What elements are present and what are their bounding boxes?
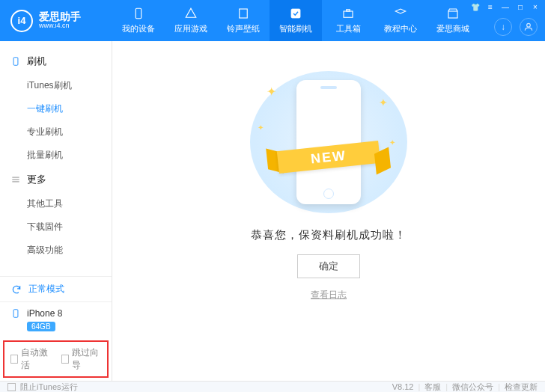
- menu-icon[interactable]: ≡: [485, 1, 496, 12]
- device-name: iPhone 8: [27, 308, 62, 319]
- music-icon: [237, 7, 250, 20]
- sidebar-item-other-tools[interactable]: 其他工具: [27, 192, 112, 215]
- storage-badge: 64GB: [27, 322, 55, 331]
- sidebar: 刷机 iTunes刷机 一键刷机 专业刷机 批量刷机 更多 其他工具 下载固件 …: [0, 41, 112, 381]
- svg-rect-2: [291, 9, 300, 18]
- store-icon: [446, 7, 460, 20]
- sidebar-group-flash[interactable]: 刷机: [0, 49, 112, 74]
- phone-icon: [10, 56, 21, 67]
- ribbon-text: NEW: [277, 141, 380, 174]
- nav-label: 应用游戏: [174, 23, 207, 34]
- svg-rect-5: [448, 11, 457, 18]
- svg-rect-1: [240, 9, 248, 18]
- top-nav: 我的设备 应用游戏 铃声壁纸 智能刷机 工具箱 教程中心 爱思商城: [112, 0, 479, 41]
- nav-label: 铃声壁纸: [227, 23, 260, 34]
- sidebar-item-batch-flash[interactable]: 批量刷机: [27, 144, 112, 167]
- sidebar-item-download-fw[interactable]: 下载固件: [27, 215, 112, 239]
- user-icon[interactable]: [520, 18, 538, 36]
- sidebar-item-itunes-flash[interactable]: iTunes刷机: [27, 74, 112, 97]
- body: 刷机 iTunes刷机 一键刷机 专业刷机 批量刷机 更多 其他工具 下载固件 …: [0, 41, 545, 381]
- window-controls: 👕 ≡ — □ ×: [470, 1, 541, 12]
- app-title: 爱思助手: [39, 11, 81, 22]
- nav-flash[interactable]: 智能刷机: [270, 0, 322, 41]
- auto-activate-checkbox[interactable]: 自动激活: [10, 346, 51, 372]
- nav-ringtones[interactable]: 铃声壁纸: [217, 0, 270, 41]
- sidebar-group-label: 刷机: [27, 55, 46, 68]
- toolbox-icon: [341, 7, 355, 20]
- nav-apps[interactable]: 应用游戏: [165, 0, 217, 41]
- success-illustration: ✦ ✦ ✦ ✦ NEW: [250, 71, 407, 213]
- svg-rect-4: [347, 10, 350, 11]
- checkbox-label: 跳过向导: [72, 346, 101, 372]
- header-right-icons: ↓: [494, 18, 538, 36]
- nav-my-device[interactable]: 我的设备: [112, 0, 165, 41]
- sidebar-group-more-items: 其他工具 下载固件 高级功能: [0, 192, 112, 262]
- nav-label: 我的设备: [122, 23, 155, 34]
- tutorial-icon: [394, 7, 407, 20]
- checkbox-label: 自动激活: [21, 346, 50, 372]
- nav-label: 工具箱: [336, 23, 361, 34]
- checkbox-icon: [7, 383, 16, 391]
- check-update-link[interactable]: 检查更新: [505, 382, 538, 393]
- checkbox-icon: [10, 355, 18, 364]
- skin-icon[interactable]: 👕: [470, 1, 481, 12]
- block-itunes-checkbox[interactable]: 阻止iTunes运行: [7, 382, 78, 393]
- mode-row[interactable]: 正常模式: [0, 276, 112, 301]
- success-message: 恭喜您，保资料刷机成功啦！: [251, 228, 407, 242]
- app-header: i4 爱思助手 www.i4.cn 我的设备 应用游戏 铃声壁纸 智能刷机 工具…: [0, 0, 545, 41]
- phone-icon: [132, 7, 145, 20]
- nav-label: 教程中心: [384, 23, 417, 34]
- version-label: V8.12: [392, 382, 414, 391]
- svg-rect-7: [13, 58, 18, 66]
- sidebar-item-oneclick-flash[interactable]: 一键刷机: [27, 97, 112, 120]
- app-subtitle: www.i4.cn: [39, 22, 81, 30]
- mode-label: 正常模式: [28, 283, 64, 295]
- refresh-icon: [10, 284, 22, 295]
- sidebar-item-advanced[interactable]: 高级功能: [27, 239, 112, 262]
- support-link[interactable]: 客服: [424, 382, 441, 393]
- view-log-link[interactable]: 查看日志: [311, 289, 347, 301]
- svg-point-6: [527, 23, 531, 27]
- apps-icon: [184, 7, 198, 20]
- logo-icon: i4: [10, 10, 33, 32]
- svg-rect-11: [13, 310, 18, 318]
- star-icon: ✦: [389, 138, 395, 147]
- checkbox-icon: [61, 355, 69, 364]
- sidebar-group-flash-items: iTunes刷机 一键刷机 专业刷机 批量刷机: [0, 74, 112, 167]
- svg-rect-3: [344, 11, 353, 17]
- main-content: ✦ ✦ ✦ ✦ NEW 恭喜您，保资料刷机成功啦！ 确定 查看日志: [112, 41, 545, 381]
- download-icon[interactable]: ↓: [494, 18, 512, 36]
- star-icon: ✦: [267, 85, 276, 99]
- sidebar-group-more[interactable]: 更多: [0, 167, 112, 192]
- nav-label: 智能刷机: [279, 23, 312, 34]
- device-icon: [10, 308, 21, 319]
- minimize-icon[interactable]: —: [500, 1, 511, 12]
- maximize-icon[interactable]: □: [515, 1, 526, 12]
- nav-tutorials[interactable]: 教程中心: [374, 0, 427, 41]
- new-ribbon: NEW: [269, 143, 389, 173]
- flash-icon: [289, 7, 302, 20]
- logo-area: i4 爱思助手 www.i4.cn: [0, 10, 112, 32]
- sidebar-item-pro-flash[interactable]: 专业刷机: [27, 120, 112, 144]
- logo-text: 爱思助手 www.i4.cn: [39, 11, 81, 30]
- star-icon: ✦: [258, 123, 264, 132]
- status-bar: 阻止iTunes运行 V8.12 | 客服 | 微信公众号 | 检查更新: [0, 381, 545, 392]
- sidebar-group-label: 更多: [27, 173, 46, 186]
- checkbox-label: 阻止iTunes运行: [20, 382, 78, 393]
- svg-rect-0: [136, 8, 141, 19]
- phone-illustration: [296, 80, 361, 204]
- device-row[interactable]: iPhone 8 64GB: [0, 301, 112, 337]
- star-icon: ✦: [379, 97, 388, 108]
- close-icon[interactable]: ×: [530, 1, 541, 12]
- skip-guide-checkbox[interactable]: 跳过向导: [61, 346, 102, 372]
- confirm-button[interactable]: 确定: [297, 254, 360, 278]
- nav-label: 爱思商城: [436, 23, 469, 34]
- nav-toolbox[interactable]: 工具箱: [322, 0, 374, 41]
- wechat-link[interactable]: 微信公众号: [452, 382, 493, 393]
- options-box: 自动激活 跳过向导: [3, 340, 109, 378]
- list-icon: [10, 174, 21, 185]
